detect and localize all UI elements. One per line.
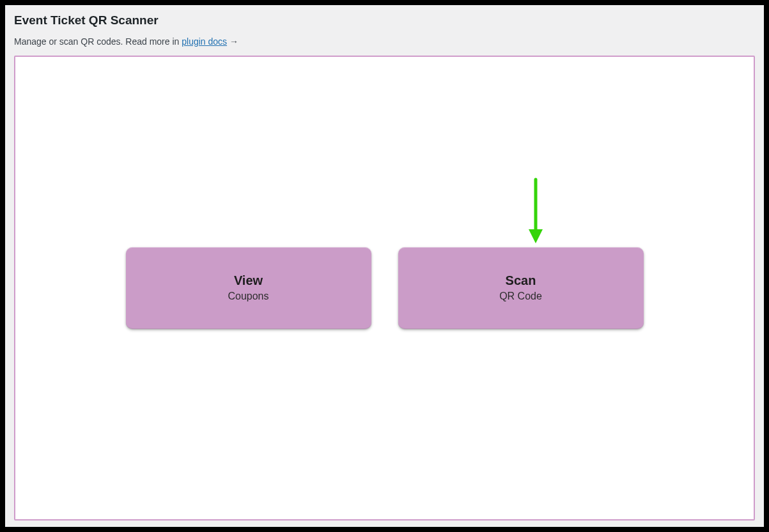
view-card-title: View: [234, 273, 263, 288]
scan-card-title: Scan: [506, 273, 536, 288]
window-frame: Event Ticket QR Scanner Manage or scan Q…: [0, 0, 769, 532]
arrow-right-icon: →: [229, 36, 238, 47]
main-panel: View Coupons Scan QR Code: [14, 56, 755, 521]
scan-qr-button[interactable]: Scan QR Code: [398, 247, 644, 329]
scan-card-subtitle: QR Code: [499, 291, 542, 302]
plugin-docs-link[interactable]: plugin docs: [182, 36, 227, 47]
subtitle-text: Manage or scan QR codes. Read more in: [14, 36, 182, 47]
annotation-arrow-icon: [523, 177, 548, 247]
admin-page: Event Ticket QR Scanner Manage or scan Q…: [5, 5, 764, 527]
view-coupons-button[interactable]: View Coupons: [126, 247, 371, 329]
page-subtitle: Manage or scan QR codes. Read more in pl…: [14, 36, 755, 47]
svg-marker-1: [529, 229, 543, 243]
page-title: Event Ticket QR Scanner: [14, 13, 755, 29]
view-card-subtitle: Coupons: [228, 291, 268, 302]
